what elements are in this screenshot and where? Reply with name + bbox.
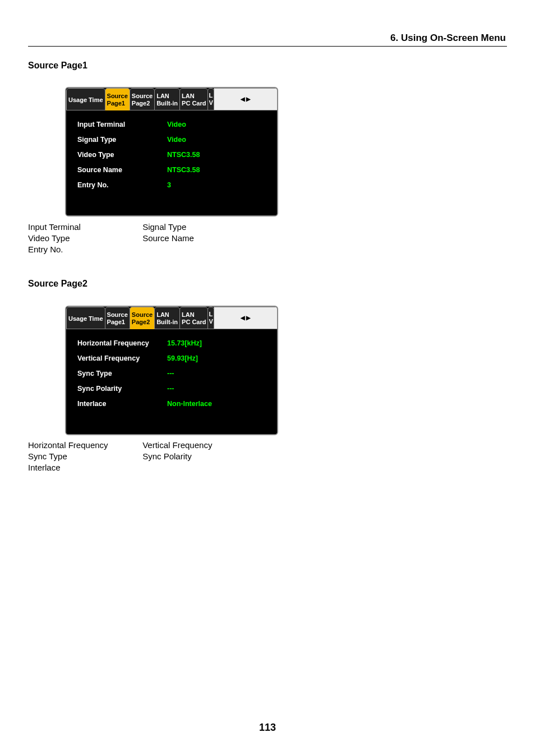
tab-source-page1[interactable]: Source Page1: [105, 307, 130, 329]
item-text: Interlace: [28, 462, 140, 473]
tab-scroll[interactable]: ◀ ▶: [214, 307, 278, 329]
item-text: Entry No.: [28, 244, 140, 255]
tab-label-line2: PC Card: [182, 100, 206, 107]
osd-value: NTSC3.58: [167, 166, 200, 174]
tab-label-line1: LAN: [156, 93, 178, 100]
tab-usage-time[interactable]: Usage Time: [66, 307, 105, 329]
scroll-left-icon: ◀: [241, 315, 245, 321]
tab-scroll[interactable]: ◀ ▶: [214, 88, 278, 110]
osd-value: NTSC3.58: [167, 151, 200, 159]
item-text: Sync Type: [28, 451, 140, 462]
item-list-source-page1: Input Terminal Signal Type Video Type So…: [28, 222, 194, 255]
osd-row: Sync Polarity---: [77, 385, 271, 393]
scroll-right-icon: ▶: [246, 96, 251, 102]
osd-row: Input TerminalVideo: [77, 121, 271, 128]
osd-row: Signal TypeVideo: [77, 136, 271, 144]
osd-value: 3: [167, 181, 171, 189]
osd-label: Vertical Frequency: [77, 354, 167, 362]
tab-label-line1: Source: [107, 93, 128, 100]
tab-source-page2[interactable]: Source Page2: [130, 307, 155, 329]
osd-row: InterlaceNon-Interlace: [77, 400, 271, 408]
osd-screenshot-source-page1: Usage Time Source Page1 Source Page2 LAN…: [65, 87, 278, 216]
osd-value: Non-Interlace: [167, 400, 212, 408]
scroll-left-icon: ◀: [241, 96, 245, 102]
tab-label-line1: Source: [132, 93, 153, 100]
osd-row: Video TypeNTSC3.58: [77, 151, 271, 159]
item-list-source-page2: Horizontal Frequency Vertical Frequency …: [28, 440, 212, 473]
osd-row: Sync Type---: [77, 370, 271, 377]
osd-row: Source NameNTSC3.58: [77, 166, 271, 174]
tab-label-line1: Usage Time: [68, 315, 103, 322]
tab-lan-builtin[interactable]: LAN Built-in: [154, 307, 180, 329]
osd-row: Vertical Frequency59.93[Hz]: [77, 354, 271, 362]
tab-label-line1: LAN: [156, 311, 178, 319]
osd-label: Interlace: [77, 400, 167, 408]
tab-lan-pccard[interactable]: LAN PC Card: [179, 88, 208, 110]
heading-source-page2: Source Page2: [28, 279, 87, 289]
osd-label: Sync Type: [77, 370, 167, 377]
heading-source-page1: Source Page1: [28, 61, 87, 71]
osd-body: Horizontal Frequency15.73[kHz] Vertical …: [66, 329, 277, 434]
tab-label-line2: Page1: [107, 319, 128, 326]
tab-label-line1: Usage Time: [68, 96, 103, 104]
osd-body: Input TerminalVideo Signal TypeVideo Vid…: [66, 110, 277, 215]
item-text: Horizontal Frequency: [28, 440, 140, 451]
tab-label-line2: Page2: [132, 319, 153, 326]
tab-label-line2: Page2: [132, 100, 153, 107]
item-text: Input Terminal: [28, 222, 140, 233]
osd-value: 15.73[kHz]: [167, 339, 202, 347]
osd-value: 59.93[Hz]: [167, 354, 198, 362]
osd-label: Video Type: [77, 151, 167, 159]
osd-value: ---: [167, 385, 174, 393]
item-text: Source Name: [142, 233, 194, 244]
osd-label: Signal Type: [77, 136, 167, 144]
tab-usage-time[interactable]: Usage Time: [66, 88, 105, 110]
tab-label-line2: Built-in: [156, 319, 178, 326]
item-text: Vertical Frequency: [142, 440, 212, 451]
osd-label: Entry No.: [77, 181, 167, 189]
osd-value: Video: [167, 136, 186, 144]
page-number: 113: [0, 722, 535, 734]
scroll-right-icon: ▶: [246, 315, 251, 321]
tab-lan-builtin[interactable]: LAN Built-in: [154, 88, 180, 110]
item-text: Sync Polarity: [142, 451, 192, 462]
item-text: Video Type: [28, 233, 140, 244]
osd-label: Sync Polarity: [77, 385, 167, 393]
tab-label-line2: Page1: [107, 100, 128, 107]
header-rule: [28, 46, 507, 47]
tab-source-page2[interactable]: Source Page2: [130, 88, 155, 110]
tab-bar: Usage Time Source Page1 Source Page2 LAN…: [66, 307, 277, 329]
osd-row: Horizontal Frequency15.73[kHz]: [77, 339, 271, 347]
tab-lan-pccard[interactable]: LAN PC Card: [179, 307, 208, 329]
osd-value: Video: [167, 121, 186, 128]
tab-label-line2: PC Card: [182, 319, 206, 326]
osd-row: Entry No.3: [77, 181, 271, 189]
tab-label-line1: LAN: [182, 93, 206, 100]
tab-label-line2: Built-in: [156, 100, 178, 107]
osd-label: Horizontal Frequency: [77, 339, 167, 347]
tab-label-line1: L: [209, 311, 213, 318]
tab-label-line1: Source: [107, 311, 128, 319]
tab-label-line1: LAN: [182, 311, 206, 319]
osd-label: Source Name: [77, 166, 167, 174]
chapter-title: 6. Using On-Screen Menu: [390, 33, 506, 44]
osd-screenshot-source-page2: Usage Time Source Page1 Source Page2 LAN…: [65, 306, 278, 435]
osd-value: ---: [167, 370, 174, 377]
tab-label-line1: L: [209, 92, 213, 99]
tab-source-page1[interactable]: Source Page1: [105, 88, 130, 110]
tab-label-line2: V: [209, 318, 213, 325]
tab-label-line1: Source: [132, 311, 153, 319]
item-text: Signal Type: [142, 222, 186, 233]
tab-bar: Usage Time Source Page1 Source Page2 LAN…: [66, 88, 277, 110]
tab-label-line2: V: [209, 99, 213, 107]
osd-label: Input Terminal: [77, 121, 167, 128]
